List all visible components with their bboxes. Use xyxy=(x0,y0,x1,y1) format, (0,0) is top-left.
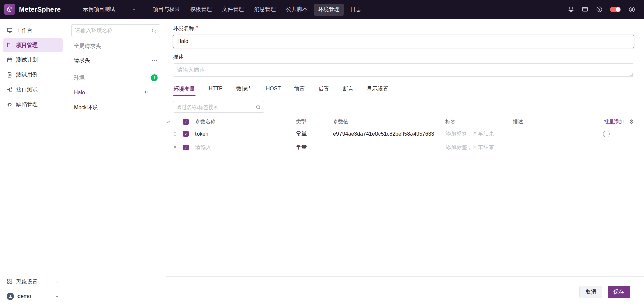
request-header-item[interactable]: 请求头 ⋯ xyxy=(71,53,160,67)
global-request-header-item[interactable]: 全局请求头 xyxy=(71,39,160,53)
sidebar-item-workbench[interactable]: 工作台 xyxy=(3,24,63,37)
column-settings-gear-icon[interactable]: ⚙ xyxy=(629,119,634,125)
sidebar-item-system-settings[interactable]: 系统设置 xyxy=(3,275,63,289)
workbench-icon xyxy=(7,27,13,33)
drag-handle-icon[interactable] xyxy=(144,90,148,95)
chevron-down-icon xyxy=(132,7,136,11)
row-actions-cell: − xyxy=(594,131,634,137)
tab-display-settings[interactable]: 显示设置 xyxy=(366,84,389,96)
tab-database[interactable]: 数据库 xyxy=(236,84,253,96)
collapse-panel-icon[interactable]: « xyxy=(167,119,170,125)
param-name-field[interactable]: token xyxy=(195,131,296,137)
project-name: 示例项目测试 xyxy=(83,6,115,13)
project-selector[interactable]: 示例项目测试 xyxy=(83,6,136,13)
header-type: 类型 xyxy=(296,119,333,125)
sidebar-item-label: 缺陷管理 xyxy=(16,101,38,108)
brand[interactable]: MeterSphere xyxy=(4,4,61,15)
check-icon: ✓ xyxy=(184,132,187,136)
env-name-label-row: 环境名称 * xyxy=(173,25,634,32)
cancel-button[interactable]: 取消 xyxy=(579,286,602,298)
more-icon[interactable]: ⋯ xyxy=(152,90,158,96)
plus-icon: + xyxy=(153,75,156,81)
env-section-label: 环境 xyxy=(74,74,85,82)
nav-item-project-permission[interactable]: 项目与权限 xyxy=(149,4,184,16)
sidebar-item-label: 项目管理 xyxy=(16,42,38,49)
username-label: demo xyxy=(17,293,31,299)
more-icon[interactable]: ⋯ xyxy=(151,57,158,64)
app-layout: 工作台 项目管理 测试计划 测试用例 xyxy=(0,19,644,307)
tab-pre-processor[interactable]: 前置 xyxy=(293,84,306,96)
save-button[interactable]: 保存 xyxy=(608,286,630,298)
help-icon[interactable] xyxy=(596,6,603,13)
env-section-header: 环境 + xyxy=(71,70,160,85)
toggle-knob xyxy=(616,7,620,12)
api-test-icon xyxy=(7,87,13,93)
param-row-new: ✓ 请输入 常量 添加标签，回车结束 xyxy=(173,141,634,154)
env-item-halo[interactable]: Halo ⋯ xyxy=(71,85,160,100)
env-detail-tabs: 环境变量 HTTP 数据库 HOST 前置 后置 断言 显示设置 xyxy=(173,84,634,96)
row-checkbox[interactable]: ✓ xyxy=(183,145,189,150)
sidebar-user-menu[interactable]: demo xyxy=(3,289,63,303)
nav-item-file-management[interactable]: 文件管理 xyxy=(218,4,248,16)
user-avatar-icon[interactable] xyxy=(628,6,635,13)
remove-row-button[interactable]: − xyxy=(603,131,610,137)
env-item-label: Halo xyxy=(74,90,85,96)
system-settings-icon xyxy=(7,278,13,286)
table-search-input[interactable] xyxy=(177,104,256,110)
sidebar-item-test-plan[interactable]: 测试计划 xyxy=(3,53,63,67)
top-navbar: MeterSphere 示例项目测试 项目与权限 模板管理 文件管理 消息管理 … xyxy=(0,0,644,19)
header-desc: 描述 xyxy=(513,119,594,125)
card-icon[interactable] xyxy=(582,6,588,13)
nav-item-public-script[interactable]: 公共脚本 xyxy=(282,4,312,16)
tab-env-variables[interactable]: 环境变量 xyxy=(173,84,196,96)
row-checkbox[interactable]: ✓ xyxy=(183,131,189,137)
tab-assertion[interactable]: 断言 xyxy=(342,84,354,96)
table-toolbar xyxy=(173,101,634,113)
env-search-input[interactable] xyxy=(75,28,151,34)
sidebar-item-project-management[interactable]: 项目管理 xyxy=(3,38,63,52)
nav-item-environment-management[interactable]: 环境管理 xyxy=(314,4,344,16)
environment-form: 环境名称 * 描述 环境变量 HTTP 数据库 HOST 前置 后置 断言 显示… xyxy=(166,19,644,276)
tab-host[interactable]: HOST xyxy=(265,84,281,96)
search-icon xyxy=(256,104,261,110)
param-type-select[interactable]: 常量 xyxy=(296,144,333,151)
table-search xyxy=(173,101,264,113)
param-type-select[interactable]: 常量 xyxy=(296,130,333,137)
required-asterisk: * xyxy=(196,25,198,32)
sidebar-item-api-test[interactable]: 接口测试 xyxy=(3,83,63,96)
param-value-field[interactable]: e9794ae3da741e0c51c82beff58a4957633 xyxy=(333,131,445,137)
param-tag-input[interactable]: 添加标签，回车结束 xyxy=(445,144,513,151)
desc-textarea[interactable] xyxy=(173,63,634,77)
sidebar-item-bug-management[interactable]: 缺陷管理 xyxy=(3,98,63,111)
theme-toggle[interactable] xyxy=(610,7,621,12)
env-name-input[interactable] xyxy=(173,35,634,48)
env-item-mock[interactable]: Mock环境 xyxy=(71,100,160,115)
search-icon xyxy=(151,28,157,33)
tab-post-processor[interactable]: 后置 xyxy=(318,84,330,96)
tab-http[interactable]: HTTP xyxy=(208,84,223,96)
nav-item-template-management[interactable]: 模板管理 xyxy=(186,4,216,16)
request-header-label: 请求头 xyxy=(74,57,90,64)
header-checkbox-cell: ✓ xyxy=(183,119,195,125)
nav-item-log[interactable]: 日志 xyxy=(346,4,365,16)
desc-field xyxy=(173,63,634,77)
nav-item-message-management[interactable]: 消息管理 xyxy=(250,4,280,16)
minus-icon: − xyxy=(605,132,608,136)
param-name-input[interactable]: 请输入 xyxy=(195,144,296,151)
chevron-down-icon xyxy=(55,280,59,284)
param-tag-input[interactable]: 添加标签，回车结束 xyxy=(445,130,513,137)
env-item-label: Mock环境 xyxy=(74,104,98,111)
sidebar-footer: 系统设置 demo xyxy=(3,275,63,304)
add-environment-button[interactable]: + xyxy=(151,74,158,81)
drag-handle-icon[interactable] xyxy=(173,132,177,136)
left-sidebar: 工作台 项目管理 测试计划 测试用例 xyxy=(0,19,66,307)
environment-detail-panel: « 环境名称 * 描述 环境变量 HTTP 数据库 HOST 前置 后置 断 xyxy=(166,19,644,307)
header-param-name: 参数名称 xyxy=(195,119,296,125)
sidebar-item-test-case[interactable]: 测试用例 xyxy=(3,68,63,82)
notification-bell-icon[interactable] xyxy=(568,6,574,13)
drag-handle-icon[interactable] xyxy=(173,145,177,150)
select-all-checkbox[interactable]: ✓ xyxy=(183,119,189,125)
chevron-down-icon xyxy=(55,294,59,298)
environment-list-panel: 全局请求头 请求头 ⋯ 环境 + Halo ⋯ Mock环境 xyxy=(66,19,166,307)
batch-add-link[interactable]: 批量添加 xyxy=(604,119,624,125)
